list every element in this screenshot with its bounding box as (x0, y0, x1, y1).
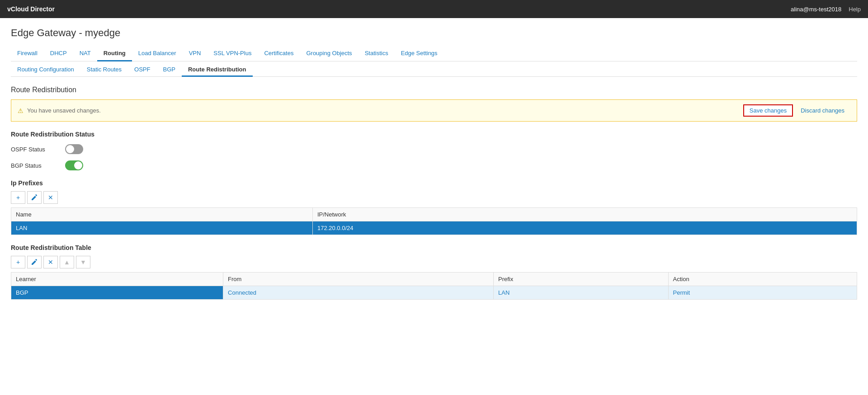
tab-certificates[interactable]: Certificates (258, 46, 300, 61)
warning-icon: ⚠ (18, 107, 24, 114)
tab-vpn[interactable]: VPN (183, 46, 208, 61)
rrt-row[interactable]: BGP Connected LAN Permit (11, 286, 857, 300)
ospf-status-label: OSPF Status (11, 146, 65, 153)
save-changes-button[interactable]: Save changes (743, 104, 793, 117)
ip-prefixes-toolbar: + ✕ (11, 191, 857, 204)
ip-prefix-name: LAN (11, 221, 313, 235)
warning-message: You have unsaved changes. (27, 107, 101, 114)
ip-prefix-row[interactable]: LAN 172.20.0.0/24 (11, 221, 857, 235)
ospf-status-row: OSPF Status (11, 144, 857, 154)
rrt-action: Permit (668, 286, 857, 300)
ip-col-network: IP/Network (312, 208, 857, 221)
ip-col-name: Name (11, 208, 313, 221)
user-label: alina@ms-test2018 (791, 6, 841, 13)
ospf-toggle[interactable] (65, 144, 83, 154)
rrt-edit-icon (31, 259, 38, 265)
tab-ssl-vpn-plus[interactable]: SSL VPN-Plus (207, 46, 258, 61)
warning-banner: ⚠ You have unsaved changes. Save changes… (11, 99, 857, 122)
rrt-edit-button[interactable] (27, 256, 42, 268)
ospf-toggle-knob (66, 145, 74, 153)
rrt-col-action: Action (668, 273, 857, 286)
tab-statistics[interactable]: Statistics (359, 46, 395, 61)
rrt-col-learner: Learner (11, 273, 223, 286)
secondary-tab-bgp[interactable]: BGP (156, 63, 181, 77)
status-section: Route Redistribution Status OSPF Status … (11, 131, 857, 170)
rrt-col-prefix: Prefix (494, 273, 669, 286)
secondary-tab-route-redistribution[interactable]: Route Redistribution (182, 63, 253, 77)
secondary-tabs: Routing ConfigurationStatic RoutesOSPFBG… (11, 61, 857, 77)
rrt-col-from: From (223, 273, 494, 286)
rrt-table: Learner From Prefix Action BGP Connected… (11, 272, 857, 300)
rrt-learner: BGP (11, 286, 223, 300)
tab-nat[interactable]: NAT (73, 46, 97, 61)
status-section-title: Route Redistribution Status (11, 131, 857, 138)
ip-prefixes-title: Ip Prefixes (11, 179, 857, 187)
bgp-status-row: BGP Status (11, 160, 857, 170)
top-bar-user: alina@ms-test2018 Help (791, 6, 861, 13)
route-redistribution-title: Route Redistribution (11, 86, 857, 94)
ip-prefixes-table: Name IP/Network LAN 172.20.0.0/24 (11, 207, 857, 235)
secondary-tab-static-routes[interactable]: Static Routes (80, 63, 128, 77)
top-bar: vCloud Director alina@ms-test2018 Help (0, 0, 868, 18)
ip-prefixes-section: Ip Prefixes + ✕ Name IP/Network LAN 172.… (11, 179, 857, 235)
rrt-toolbar: + ✕ ▲ ▼ (11, 256, 857, 268)
rrt-down-button[interactable]: ▼ (76, 256, 90, 268)
bgp-toggle-slider (65, 160, 83, 170)
secondary-tab-routing-configuration[interactable]: Routing Configuration (11, 63, 80, 77)
warning-actions: Save changes Discard changes (743, 104, 850, 117)
brand-label: vCloud Director (7, 5, 55, 13)
ip-edit-button[interactable] (27, 191, 42, 204)
warning-message-area: ⚠ You have unsaved changes. (18, 107, 101, 114)
rrt-delete-button[interactable]: ✕ (43, 256, 58, 268)
tab-dhcp[interactable]: DHCP (44, 46, 73, 61)
bgp-toggle[interactable] (65, 160, 83, 170)
bgp-toggle-knob (74, 161, 82, 169)
rrt-section: Route Redistribution Table + ✕ ▲ ▼ Learn… (11, 244, 857, 300)
rrt-from: Connected (223, 286, 494, 300)
tab-edge-settings[interactable]: Edge Settings (395, 46, 444, 61)
tab-routing[interactable]: Routing (97, 46, 132, 61)
bgp-status-label: BGP Status (11, 162, 65, 169)
rrt-title: Route Redistribution Table (11, 244, 857, 251)
page-title: Edge Gateway - myedge (11, 27, 857, 39)
secondary-tab-ospf[interactable]: OSPF (128, 63, 156, 77)
primary-tabs: FirewallDHCPNATRoutingLoad BalancerVPNSS… (11, 46, 857, 61)
ospf-toggle-slider (65, 144, 83, 154)
ip-add-button[interactable]: + (11, 191, 25, 204)
discard-changes-button[interactable]: Discard changes (795, 104, 850, 117)
edit-icon (31, 194, 38, 201)
rrt-prefix: LAN (494, 286, 669, 300)
tab-firewall[interactable]: Firewall (11, 46, 44, 61)
rrt-add-button[interactable]: + (11, 256, 25, 268)
ip-prefix-network: 172.20.0.0/24 (312, 221, 857, 235)
help-link[interactable]: Help (849, 6, 861, 13)
rrt-up-button[interactable]: ▲ (60, 256, 74, 268)
tab-load-balancer[interactable]: Load Balancer (132, 46, 183, 61)
ip-delete-button[interactable]: ✕ (43, 191, 58, 204)
tab-grouping-objects[interactable]: Grouping Objects (300, 46, 358, 61)
main-content: Edge Gateway - myedge FirewallDHCPNATRou… (0, 18, 868, 395)
